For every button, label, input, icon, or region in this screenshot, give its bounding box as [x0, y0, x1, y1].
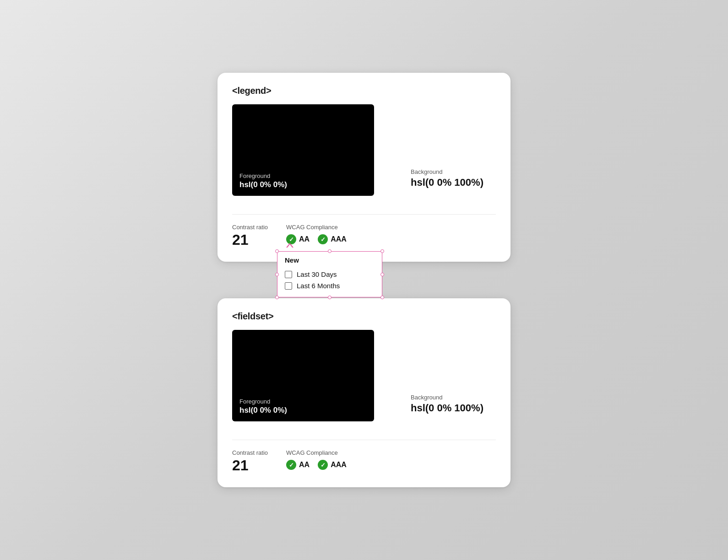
fieldset-aaa-check-icon — [318, 460, 328, 470]
legend-card-title: <legend> — [232, 86, 496, 96]
fieldset-divider — [232, 440, 496, 440]
legend-divider — [232, 214, 496, 215]
fieldset-contrast-label: Contrast ratio — [232, 449, 268, 456]
legend-card: <legend> Foreground hsl(0 0% 0%) Backgro… — [217, 73, 511, 262]
dropdown-item-1-label: Last 30 Days — [297, 270, 337, 278]
tooltip-arrow-inner — [287, 244, 293, 248]
legend-background-value: hsl(0 0% 100%) — [411, 177, 484, 188]
legend-color-preview: Foreground hsl(0 0% 0%) — [232, 104, 374, 196]
legend-foreground-value: hsl(0 0% 0%) — [239, 180, 287, 189]
dropdown-title: New — [284, 256, 375, 264]
fieldset-contrast-value: 21 — [232, 458, 268, 473]
handle-lm[interactable] — [275, 273, 279, 276]
fieldset-stats-row: Contrast ratio 21 WCAG Compliance AA AAA — [232, 449, 496, 473]
legend-contrast-value: 21 — [232, 232, 268, 247]
dropdown-checkbox-1[interactable] — [285, 271, 292, 278]
dropdown-checkbox-2[interactable] — [285, 282, 292, 290]
fieldset-compliance-badges: AA AAA — [286, 460, 347, 470]
fieldset-background-value: hsl(0 0% 100%) — [411, 402, 484, 414]
selection-box: New Last 30 Days Last 6 Months — [277, 251, 382, 297]
fieldset-background-info: Background hsl(0 0% 100%) — [411, 394, 484, 414]
cards-container: <legend> Foreground hsl(0 0% 0%) Backgro… — [217, 73, 511, 487]
fieldset-color-info-row: Foreground hsl(0 0% 0%) Background hsl(0… — [232, 330, 496, 431]
legend-color-info-row: Foreground hsl(0 0% 0%) Background hsl(0… — [232, 104, 496, 205]
fieldset-compliance-block: WCAG Compliance AA AAA — [286, 449, 347, 470]
legend-aaa-check-icon — [318, 234, 328, 244]
dropdown-item-2-label: Last 6 Months — [297, 282, 340, 290]
legend-background-info: Background hsl(0 0% 100%) — [411, 168, 484, 188]
fieldset-aa-check-icon — [286, 460, 296, 470]
handle-rm[interactable] — [380, 273, 384, 276]
legend-compliance-block: WCAG Compliance AA AAA — [286, 224, 347, 244]
fieldset-aaa-badge: AAA — [318, 460, 347, 470]
fieldset-foreground-value: hsl(0 0% 0%) — [239, 406, 287, 415]
handle-br[interactable] — [380, 296, 384, 299]
legend-aaa-badge: AAA — [318, 234, 347, 244]
handle-tl[interactable] — [275, 249, 279, 253]
fieldset-background-label: Background — [411, 394, 484, 401]
legend-contrast-label: Contrast ratio — [232, 224, 268, 231]
fieldset-aa-label: AA — [299, 461, 310, 469]
fieldset-foreground-info: Foreground hsl(0 0% 0%) — [239, 398, 287, 415]
fieldset-aa-badge: AA — [286, 460, 310, 470]
fieldset-color-preview: Foreground hsl(0 0% 0%) — [232, 330, 374, 421]
legend-wcag-label: WCAG Compliance — [286, 224, 347, 231]
legend-compliance-badges: AA AAA — [286, 234, 347, 244]
handle-bl[interactable] — [275, 296, 279, 299]
legend-aa-label: AA — [299, 235, 310, 243]
legend-foreground-label: Foreground — [239, 172, 287, 179]
fieldset-wcag-label: WCAG Compliance — [286, 449, 347, 456]
legend-foreground-info: Foreground hsl(0 0% 0%) — [239, 172, 287, 189]
fieldset-card: <fieldset> Foreground hsl(0 0% 0%) Backg… — [217, 298, 511, 487]
fieldset-card-title: <fieldset> — [232, 311, 496, 322]
legend-stats-row: Contrast ratio 21 WCAG Compliance AA AAA — [232, 224, 496, 247]
handle-tm[interactable] — [328, 249, 331, 253]
legend-contrast-block: Contrast ratio 21 — [232, 224, 268, 247]
handle-bm[interactable] — [328, 296, 331, 299]
dropdown-item-1[interactable]: Last 30 Days — [284, 269, 375, 280]
legend-aaa-label: AAA — [331, 235, 347, 243]
dropdown-item-2[interactable]: Last 6 Months — [284, 280, 375, 291]
handle-tr[interactable] — [380, 249, 384, 253]
legend-background-label: Background — [411, 168, 484, 175]
fieldset-foreground-label: Foreground — [239, 398, 287, 405]
floating-dropdown-overlay: New Last 30 Days Last 6 Months — [277, 251, 382, 297]
fieldset-aaa-label: AAA — [331, 461, 347, 469]
fieldset-contrast-block: Contrast ratio 21 — [232, 449, 268, 473]
